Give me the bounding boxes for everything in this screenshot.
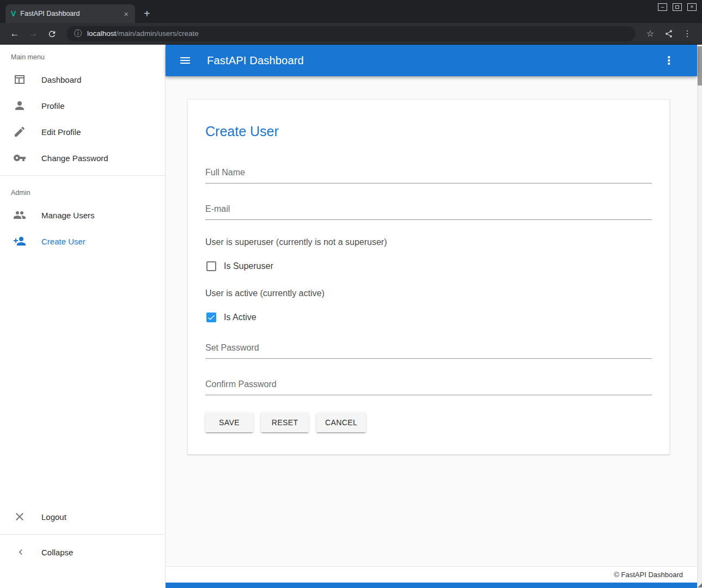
superuser-checkbox-label: Is Superuser — [224, 261, 273, 271]
url-path: /main/admin/users/create — [116, 29, 199, 38]
sidebar-item-label: Dashboard — [41, 75, 81, 84]
set-password-field-wrap — [205, 340, 652, 359]
full-name-field-wrap — [205, 164, 652, 183]
footer: © FastAPI Dashboard — [166, 566, 697, 583]
sidebar-divider — [0, 534, 165, 535]
browser-tab-bar: V FastAPI Dashboard × + – × — [0, 0, 702, 23]
app-title: FastAPI Dashboard — [207, 54, 645, 67]
close-tab-icon[interactable]: × — [123, 9, 130, 19]
group-icon — [13, 209, 26, 222]
page-scrollbar[interactable] — [697, 45, 702, 588]
url-host: localhost — [87, 29, 116, 38]
active-hint: User is active (currently active) — [205, 289, 652, 298]
sidebar-bottom-padding — [0, 565, 165, 588]
sidebar-item-manage-users[interactable]: Manage Users — [0, 202, 165, 228]
checkmark-icon — [207, 313, 216, 322]
sidebar-item-change-password[interactable]: Change Password — [0, 145, 165, 171]
sidebar-item-label: Create User — [41, 237, 86, 246]
email-field-wrap — [205, 201, 652, 220]
confirm-password-field-wrap — [205, 376, 652, 395]
content-area: Create User User is superuser (currently… — [166, 76, 697, 566]
email-input[interactable] — [205, 201, 652, 220]
person-add-icon — [13, 235, 26, 248]
sidebar-section-main-menu: Main menu — [0, 45, 165, 66]
browser-tab[interactable]: V FastAPI Dashboard × — [5, 4, 135, 23]
forward-button[interactable]: → — [25, 26, 41, 42]
maximize-button[interactable] — [673, 3, 682, 11]
chevron-left-icon — [15, 547, 26, 558]
app-bar: FastAPI Dashboard ⋮ — [166, 45, 697, 76]
tab-title: FastAPI Dashboard — [20, 10, 118, 17]
back-button[interactable]: ← — [7, 26, 23, 42]
active-checkbox-row[interactable]: Is Active — [206, 313, 652, 322]
url-text: localhost/main/admin/users/create — [87, 29, 199, 38]
create-user-card: Create User User is superuser (currently… — [187, 99, 670, 455]
sidebar-item-label: Change Password — [41, 154, 108, 163]
confirm-password-input[interactable] — [205, 376, 652, 395]
sidebar-divider — [0, 175, 165, 176]
active-checkbox-label: Is Active — [224, 313, 257, 322]
share-nodes-icon — [664, 29, 673, 38]
bookmark-star-icon[interactable]: ☆ — [642, 26, 658, 42]
resize-grip-icon — [698, 583, 702, 587]
sidebar-item-dashboard[interactable]: Dashboard — [0, 66, 165, 93]
page-title: Create User — [205, 124, 652, 139]
key-icon — [13, 151, 26, 164]
dashboard-icon — [13, 73, 26, 86]
browser-toolbar: ← → ⓘ localhost/main/admin/users/create … — [0, 23, 702, 45]
browser-menu-button[interactable]: ⋮ — [679, 26, 695, 42]
superuser-checkbox-row[interactable]: Is Superuser — [206, 261, 652, 271]
cancel-button[interactable]: CANCEL — [316, 413, 366, 432]
sidebar-spacer — [0, 254, 165, 504]
sidebar-item-label: Collapse — [41, 548, 73, 557]
sidebar-item-label: Profile — [41, 101, 65, 111]
new-tab-button[interactable]: + — [144, 8, 150, 19]
form-actions: SAVE RESET CANCEL — [205, 413, 652, 432]
main-area: FastAPI Dashboard ⋮ Create User User is … — [166, 45, 697, 588]
save-button[interactable]: SAVE — [205, 413, 253, 432]
appbar-menu-button[interactable]: ⋮ — [660, 54, 677, 67]
sidebar-item-logout[interactable]: Logout — [0, 504, 165, 530]
full-name-input[interactable] — [205, 164, 652, 183]
person-icon — [13, 99, 26, 112]
hamburger-menu-button[interactable] — [179, 54, 192, 67]
hamburger-icon — [179, 54, 192, 67]
reload-button[interactable] — [44, 26, 60, 42]
minimize-button[interactable]: – — [658, 3, 667, 11]
sidebar-collapse-button[interactable]: Collapse — [0, 539, 165, 565]
set-password-input[interactable] — [205, 340, 652, 359]
page: Main menu Dashboard Profile Edit Profile… — [0, 45, 702, 588]
pencil-icon — [13, 125, 26, 138]
sidebar-item-edit-profile[interactable]: Edit Profile — [0, 119, 165, 145]
sidebar-item-create-user[interactable]: Create User — [0, 228, 165, 254]
browser-window: V FastAPI Dashboard × + – × ← → ⓘ localh… — [0, 0, 702, 588]
close-window-button[interactable]: × — [687, 3, 697, 11]
reset-button[interactable]: RESET — [261, 413, 309, 432]
reload-icon — [47, 29, 57, 39]
sidebar-item-label: Logout — [41, 512, 66, 522]
favicon-v-icon: V — [11, 9, 16, 18]
site-info-icon[interactable]: ⓘ — [74, 29, 82, 39]
maximize-icon — [675, 5, 679, 9]
superuser-checkbox[interactable] — [206, 261, 216, 271]
active-checkbox[interactable] — [206, 313, 216, 322]
superuser-hint: User is superuser (currently is not a su… — [205, 237, 652, 247]
sidebar: Main menu Dashboard Profile Edit Profile… — [0, 45, 166, 588]
window-controls: – × — [658, 3, 697, 11]
sidebar-item-label: Edit Profile — [41, 127, 81, 137]
close-x-icon — [13, 510, 26, 523]
address-bar[interactable]: ⓘ localhost/main/admin/users/create — [66, 26, 636, 41]
scrollbar-thumb[interactable] — [698, 46, 702, 85]
copyright-text: © FastAPI Dashboard — [614, 571, 683, 579]
sidebar-section-admin: Admin — [0, 180, 165, 202]
footer-accent-bar — [166, 583, 697, 588]
sidebar-item-label: Manage Users — [41, 211, 95, 220]
extensions-icon[interactable] — [661, 26, 677, 42]
sidebar-item-profile[interactable]: Profile — [0, 93, 165, 119]
